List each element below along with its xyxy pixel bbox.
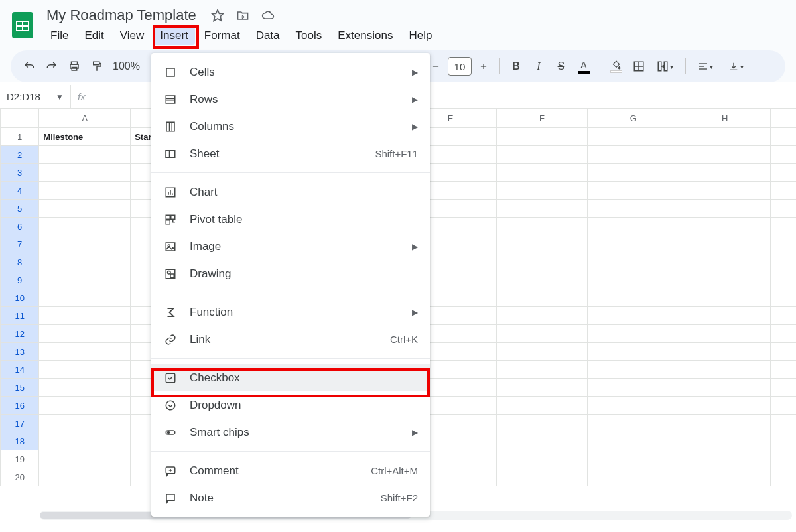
print-button[interactable]	[64, 56, 85, 77]
menu-view[interactable]: View	[113, 27, 151, 45]
menu-file[interactable]: File	[44, 27, 75, 45]
row-header[interactable]: 12	[1, 325, 39, 343]
cell[interactable]	[588, 146, 679, 164]
cell[interactable]	[771, 289, 796, 307]
row-header[interactable]: 8	[1, 253, 39, 271]
vertical-align-button[interactable]: ▾	[722, 56, 751, 77]
menu-item-smart-chips[interactable]: Smart chips▶	[151, 419, 430, 446]
menu-item-checkbox[interactable]: Checkbox	[151, 364, 430, 391]
cell[interactable]	[39, 307, 131, 325]
cloud-status-icon[interactable]	[261, 9, 275, 22]
cell[interactable]	[588, 128, 679, 146]
cell[interactable]	[679, 253, 771, 271]
column-header-F[interactable]: F	[496, 109, 588, 128]
menu-item-comment[interactable]: CommentCtrl+Alt+M	[151, 457, 430, 484]
cell[interactable]	[771, 379, 796, 397]
cell[interactable]	[588, 271, 679, 289]
cell[interactable]	[771, 415, 796, 432]
cell[interactable]	[679, 289, 771, 307]
row-header[interactable]: 6	[1, 218, 39, 235]
cell[interactable]	[679, 361, 771, 379]
row-header[interactable]: 5	[1, 200, 39, 218]
cell[interactable]	[679, 200, 771, 218]
horizontal-align-button[interactable]: ▾	[691, 56, 720, 77]
cell[interactable]	[771, 361, 796, 379]
menu-item-note[interactable]: NoteShift+F2	[151, 484, 430, 511]
menu-edit[interactable]: Edit	[78, 27, 110, 45]
cell[interactable]	[679, 146, 771, 164]
cell[interactable]	[679, 164, 771, 182]
cell[interactable]	[679, 415, 771, 432]
cell[interactable]	[679, 271, 771, 289]
paint-format-button[interactable]	[86, 56, 107, 77]
cell[interactable]	[771, 200, 796, 218]
row-header[interactable]: 16	[1, 397, 39, 415]
undo-button[interactable]	[19, 56, 40, 77]
cell[interactable]	[588, 432, 679, 450]
cell[interactable]	[496, 200, 588, 218]
cell[interactable]	[496, 289, 588, 307]
cell[interactable]	[496, 307, 588, 325]
cell[interactable]	[588, 253, 679, 271]
cell[interactable]	[496, 164, 588, 182]
cell[interactable]	[679, 325, 771, 343]
row-header[interactable]: 2	[1, 146, 39, 164]
row-header[interactable]: 11	[1, 307, 39, 325]
cell[interactable]	[39, 415, 131, 432]
cell[interactable]: Milestone	[39, 128, 131, 146]
cell[interactable]	[679, 343, 771, 361]
cell[interactable]	[679, 307, 771, 325]
menu-item-sheet[interactable]: SheetShift+F11	[151, 140, 430, 167]
column-header-I[interactable]: I	[771, 109, 796, 128]
row-header[interactable]: 15	[1, 379, 39, 397]
row-header[interactable]: 4	[1, 182, 39, 200]
cell[interactable]	[588, 289, 679, 307]
menu-item-chart[interactable]: Chart	[151, 178, 430, 206]
row-header[interactable]: 1	[1, 128, 39, 146]
column-header-H[interactable]: H	[679, 109, 771, 128]
move-icon[interactable]	[236, 9, 249, 22]
font-size-input[interactable]	[448, 57, 472, 76]
cell[interactable]	[771, 325, 796, 343]
cell[interactable]	[39, 325, 131, 343]
cell[interactable]	[496, 397, 588, 415]
row-header[interactable]: 14	[1, 361, 39, 379]
cell[interactable]	[771, 271, 796, 289]
cell[interactable]	[771, 307, 796, 325]
menu-insert[interactable]: Insert	[153, 27, 195, 45]
cell[interactable]	[771, 432, 796, 450]
cell[interactable]	[496, 450, 588, 468]
cell[interactable]	[588, 450, 679, 468]
cell[interactable]	[496, 146, 588, 164]
menu-item-function[interactable]: Function▶	[151, 299, 430, 326]
menu-item-rows[interactable]: Rows▶	[151, 86, 430, 113]
cell[interactable]	[679, 450, 771, 468]
cell[interactable]	[496, 235, 588, 253]
cell[interactable]	[496, 432, 588, 450]
cell[interactable]	[588, 361, 679, 379]
cell[interactable]	[771, 182, 796, 200]
document-title[interactable]: My Roadmap Template	[44, 5, 199, 25]
cell[interactable]	[39, 253, 131, 271]
cell[interactable]	[39, 289, 131, 307]
cell[interactable]	[588, 397, 679, 415]
row-header[interactable]: 18	[1, 432, 39, 450]
cell[interactable]	[496, 343, 588, 361]
cell[interactable]	[588, 307, 679, 325]
name-box[interactable]: D2:D18 ▼	[0, 91, 70, 102]
column-header-A[interactable]: A	[39, 109, 131, 128]
cell[interactable]	[679, 218, 771, 235]
row-header[interactable]: 19	[1, 450, 39, 468]
cell[interactable]	[771, 450, 796, 468]
menu-tools[interactable]: Tools	[289, 27, 329, 45]
font-size-increase[interactable]	[473, 56, 494, 77]
cell[interactable]	[39, 468, 131, 486]
cell[interactable]	[588, 200, 679, 218]
menu-data[interactable]: Data	[249, 27, 287, 45]
cell[interactable]	[771, 468, 796, 486]
cell[interactable]	[39, 200, 131, 218]
menu-item-cells[interactable]: Cells▶	[151, 58, 430, 86]
column-header-G[interactable]: G	[588, 109, 679, 128]
cell[interactable]	[588, 415, 679, 432]
cell[interactable]	[679, 432, 771, 450]
